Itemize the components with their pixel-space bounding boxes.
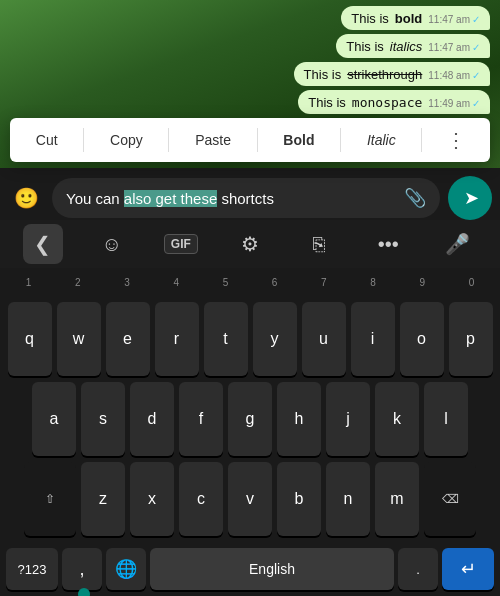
keyboard-keys: q w e r t y u i o p a s d f g h j k l ⇧ … <box>0 296 500 542</box>
paste-button[interactable]: Paste <box>185 124 241 156</box>
key-i[interactable]: i <box>351 302 395 376</box>
key-t[interactable]: t <box>204 302 248 376</box>
bold-button[interactable]: Bold <box>273 124 324 156</box>
toolbar-divider <box>257 128 258 152</box>
message-text-prefix: This is <box>351 11 389 26</box>
message-text-prefix: This is <box>304 67 342 82</box>
input-text-cursor: ts <box>262 190 274 207</box>
period-key[interactable]: . <box>398 548 438 590</box>
num-key-9[interactable]: 9 <box>398 277 447 288</box>
key-row-2: a s d f g h j k l <box>4 382 496 456</box>
globe-key[interactable]: 🌐 <box>106 548 146 590</box>
toolbar-divider <box>168 128 169 152</box>
enter-key[interactable]: ↵ <box>442 548 494 590</box>
message-time: 11:48 am ✓ <box>428 70 480 81</box>
key-s[interactable]: s <box>81 382 125 456</box>
key-z[interactable]: z <box>81 462 125 536</box>
key-v[interactable]: v <box>228 462 272 536</box>
backspace-key[interactable]: ⌫ <box>424 462 476 536</box>
more-keyboard-button[interactable]: ••• <box>368 224 408 264</box>
toolbar-divider <box>340 128 341 152</box>
gif-button[interactable]: GIF <box>161 224 201 264</box>
microphone-button[interactable]: 🎤 <box>437 224 477 264</box>
italic-button[interactable]: Italic <box>357 124 406 156</box>
num-key-7[interactable]: 7 <box>299 277 348 288</box>
num-key-5[interactable]: 5 <box>201 277 250 288</box>
keyboard-back-button[interactable]: ❮ <box>23 224 63 264</box>
key-a[interactable]: a <box>32 382 76 456</box>
keyboard-toolbar: ❮ ☺ GIF ⚙ ⎘ ••• 🎤 <box>0 220 500 268</box>
keyboard-settings-button[interactable]: ⚙ <box>230 224 270 264</box>
key-h[interactable]: h <box>277 382 321 456</box>
num-key-3[interactable]: 3 <box>102 277 151 288</box>
read-check: ✓ <box>472 70 480 81</box>
read-check: ✓ <box>472 14 480 25</box>
shift-key[interactable]: ⇧ <box>24 462 76 536</box>
space-label: English <box>249 561 295 577</box>
key-w[interactable]: w <box>57 302 101 376</box>
message-text-styled: monospace <box>352 95 422 110</box>
num-key-8[interactable]: 8 <box>348 277 397 288</box>
message-text-prefix: This is <box>346 39 384 54</box>
emoji-key[interactable]: , <box>62 548 102 590</box>
key-y[interactable]: y <box>253 302 297 376</box>
num-key-6[interactable]: 6 <box>250 277 299 288</box>
num-key-4[interactable]: 4 <box>152 277 201 288</box>
keyboard-bottom-row: ?123 , 🌐 English . ↵ <box>0 542 500 596</box>
key-x[interactable]: x <box>130 462 174 536</box>
send-button[interactable]: ➤ <box>448 176 492 220</box>
toolbar-divider <box>83 128 84 152</box>
key-p[interactable]: p <box>449 302 493 376</box>
num-key-0[interactable]: 0 <box>447 277 496 288</box>
symbols-key[interactable]: ?123 <box>6 548 58 590</box>
message-bubble: This is italics 11:47 am ✓ <box>336 34 490 58</box>
read-check: ✓ <box>472 42 480 53</box>
message-bubble: This is bold 11:47 am ✓ <box>341 6 490 30</box>
more-options-button[interactable]: ⋮ <box>438 120 474 160</box>
emoji-icon: 🙂 <box>14 186 39 210</box>
sym-label: ?123 <box>18 562 47 577</box>
sticker-button[interactable]: ☺ <box>92 224 132 264</box>
key-m[interactable]: m <box>375 462 419 536</box>
key-row-1: q w e r t y u i o p <box>4 302 496 376</box>
back-icon: ❮ <box>34 232 51 256</box>
num-key-2[interactable]: 2 <box>53 277 102 288</box>
copy-button[interactable]: Copy <box>100 124 153 156</box>
key-g[interactable]: g <box>228 382 272 456</box>
key-n[interactable]: n <box>326 462 370 536</box>
key-d[interactable]: d <box>130 382 174 456</box>
key-o[interactable]: o <box>400 302 444 376</box>
clipboard-icon: ⎘ <box>313 233 325 256</box>
mic-icon: 🎤 <box>445 232 470 256</box>
more-icon: ••• <box>378 233 399 256</box>
input-text-highlighted: also get these <box>124 190 217 207</box>
period-label: . <box>416 562 420 577</box>
key-k[interactable]: k <box>375 382 419 456</box>
message-text-styled: italics <box>390 39 423 54</box>
message-time: 11:47 am ✓ <box>428 14 480 25</box>
key-row-3: ⇧ z x c v b n m ⌫ <box>4 462 496 536</box>
emoji-button[interactable]: 🙂 <box>8 180 44 216</box>
key-u[interactable]: u <box>302 302 346 376</box>
message-input-text[interactable]: You can also get these shortcts <box>66 188 396 209</box>
key-c[interactable]: c <box>179 462 223 536</box>
cut-button[interactable]: Cut <box>26 124 68 156</box>
key-b[interactable]: b <box>277 462 321 536</box>
enter-icon: ↵ <box>461 558 476 580</box>
key-e[interactable]: e <box>106 302 150 376</box>
sticker-icon: ☺ <box>101 233 121 256</box>
key-f[interactable]: f <box>179 382 223 456</box>
clipboard-button[interactable]: ⎘ <box>299 224 339 264</box>
gif-label: GIF <box>164 234 198 254</box>
message-text-styled: bold <box>395 11 422 26</box>
key-l[interactable]: l <box>424 382 468 456</box>
num-key-1[interactable]: 1 <box>4 277 53 288</box>
key-q[interactable]: q <box>8 302 52 376</box>
message-input-box[interactable]: You can also get these shortcts 📎 <box>52 178 440 218</box>
key-j[interactable]: j <box>326 382 370 456</box>
send-icon: ➤ <box>464 187 479 209</box>
attach-button[interactable]: 📎 <box>404 187 426 209</box>
message-bubble: This is strikethrough 11:48 am ✓ <box>294 62 490 86</box>
spacebar-key[interactable]: English <box>150 548 394 590</box>
key-r[interactable]: r <box>155 302 199 376</box>
